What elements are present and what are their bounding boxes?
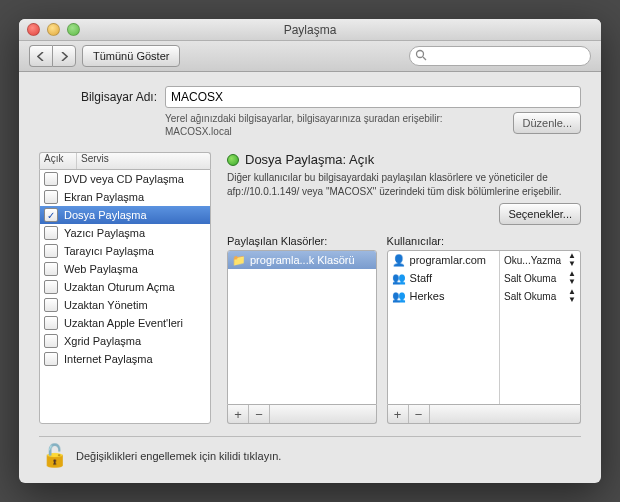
col-service[interactable]: Servis: [77, 153, 210, 169]
permissions-list[interactable]: Oku...Yazma▲▼Salt Okuma▲▼Salt Okuma▲▼: [500, 251, 580, 404]
checkbox[interactable]: [44, 280, 58, 294]
users-label: Kullanıcılar:: [387, 235, 581, 247]
status-text: Dosya Paylaşma: Açık: [245, 152, 374, 167]
folder-item[interactable]: 📁programla...k Klasörü: [228, 251, 376, 269]
shared-folders-list[interactable]: 📁programla...k Klasörü: [227, 250, 377, 405]
svg-line-1: [423, 57, 426, 60]
checkbox[interactable]: [44, 334, 58, 348]
toolbar: Tümünü Göster: [19, 41, 601, 72]
user-item[interactable]: 👥Herkes: [388, 287, 499, 305]
window-title: Paylaşma: [19, 23, 601, 37]
search-icon: [415, 49, 427, 61]
sharing-window: Paylaşma Tümünü Göster Bilgisayar Adı: Y…: [19, 19, 601, 483]
service-item[interactable]: Internet Paylaşma: [40, 350, 210, 368]
service-item[interactable]: Xgrid Paylaşma: [40, 332, 210, 350]
permission-item[interactable]: Salt Okuma▲▼: [500, 269, 580, 287]
checkbox[interactable]: [44, 298, 58, 312]
service-item[interactable]: Ekran Paylaşma: [40, 188, 210, 206]
checkbox[interactable]: [44, 172, 58, 186]
services-panel: Açık Servis DVD veya CD PaylaşmaEkran Pa…: [39, 152, 211, 424]
service-label: DVD veya CD Paylaşma: [64, 173, 184, 185]
edit-button[interactable]: Düzenle...: [513, 112, 581, 134]
computer-name-input[interactable]: [165, 86, 581, 108]
svg-point-0: [417, 51, 424, 58]
status-light-icon: [227, 154, 239, 166]
remove-user-button[interactable]: −: [409, 405, 430, 423]
checkbox[interactable]: ✓: [44, 208, 58, 222]
service-label: Uzaktan Oturum Açma: [64, 281, 175, 293]
user-item[interactable]: 👥Staff: [388, 269, 499, 287]
service-item[interactable]: Web Paylaşma: [40, 260, 210, 278]
service-label: Web Paylaşma: [64, 263, 138, 275]
chevron-left-icon: [37, 52, 45, 61]
user-icon: 👤: [392, 253, 406, 267]
service-label: Internet Paylaşma: [64, 353, 153, 365]
service-label: Uzaktan Apple Event'leri: [64, 317, 183, 329]
service-label: Yazıcı Paylaşma: [64, 227, 145, 239]
lock-text: Değişiklikleri engellemek için kilidi tı…: [76, 450, 281, 462]
remove-folder-button[interactable]: −: [249, 405, 270, 423]
search-input[interactable]: [409, 46, 591, 66]
add-user-button[interactable]: +: [388, 405, 409, 423]
service-item[interactable]: Uzaktan Apple Event'leri: [40, 314, 210, 332]
service-label: Xgrid Paylaşma: [64, 335, 141, 347]
user-item[interactable]: 👤programlar.com: [388, 251, 499, 269]
user-icon: 👥: [392, 271, 406, 285]
service-label: Tarayıcı Paylaşma: [64, 245, 154, 257]
add-folder-button[interactable]: +: [228, 405, 249, 423]
checkbox[interactable]: [44, 352, 58, 366]
service-label: Uzaktan Yönetim: [64, 299, 148, 311]
computer-name-label: Bilgisayar Adı:: [39, 90, 157, 104]
checkbox[interactable]: [44, 226, 58, 240]
service-item[interactable]: ✓Dosya Paylaşma: [40, 206, 210, 224]
chevron-right-icon: [60, 52, 68, 61]
checkbox[interactable]: [44, 316, 58, 330]
options-button[interactable]: Seçenekler...: [499, 203, 581, 225]
folder-icon: 📁: [232, 253, 246, 267]
status-description: Diğer kullanıcılar bu bilgisayardaki pay…: [227, 171, 573, 199]
titlebar: Paylaşma: [19, 19, 601, 41]
shared-folders-label: Paylaşılan Klasörler:: [227, 235, 377, 247]
col-on[interactable]: Açık: [40, 153, 77, 169]
service-item[interactable]: Tarayıcı Paylaşma: [40, 242, 210, 260]
checkbox[interactable]: [44, 244, 58, 258]
search-field[interactable]: [409, 46, 591, 66]
checkbox[interactable]: [44, 262, 58, 276]
users-list[interactable]: 👤programlar.com👥Staff👥Herkes: [388, 251, 500, 404]
permission-item[interactable]: Oku...Yazma▲▼: [500, 251, 580, 269]
stepper-icon[interactable]: ▲▼: [568, 252, 576, 268]
forward-button[interactable]: [52, 45, 76, 67]
lock-icon[interactable]: 🔓: [41, 443, 68, 469]
stepper-icon[interactable]: ▲▼: [568, 288, 576, 304]
permission-item[interactable]: Salt Okuma▲▼: [500, 287, 580, 305]
stepper-icon[interactable]: ▲▼: [568, 270, 576, 286]
computer-name-subtitle: Yerel ağınızdaki bilgisayarlar, bilgisay…: [165, 112, 503, 138]
services-list: DVD veya CD PaylaşmaEkran Paylaşma✓Dosya…: [39, 169, 211, 424]
show-all-button[interactable]: Tümünü Göster: [82, 45, 180, 67]
back-button[interactable]: [29, 45, 52, 67]
user-icon: 👥: [392, 289, 406, 303]
service-item[interactable]: Uzaktan Oturum Açma: [40, 278, 210, 296]
service-label: Ekran Paylaşma: [64, 191, 144, 203]
checkbox[interactable]: [44, 190, 58, 204]
service-item[interactable]: Yazıcı Paylaşma: [40, 224, 210, 242]
service-label: Dosya Paylaşma: [64, 209, 147, 221]
service-item[interactable]: DVD veya CD Paylaşma: [40, 170, 210, 188]
service-item[interactable]: Uzaktan Yönetim: [40, 296, 210, 314]
